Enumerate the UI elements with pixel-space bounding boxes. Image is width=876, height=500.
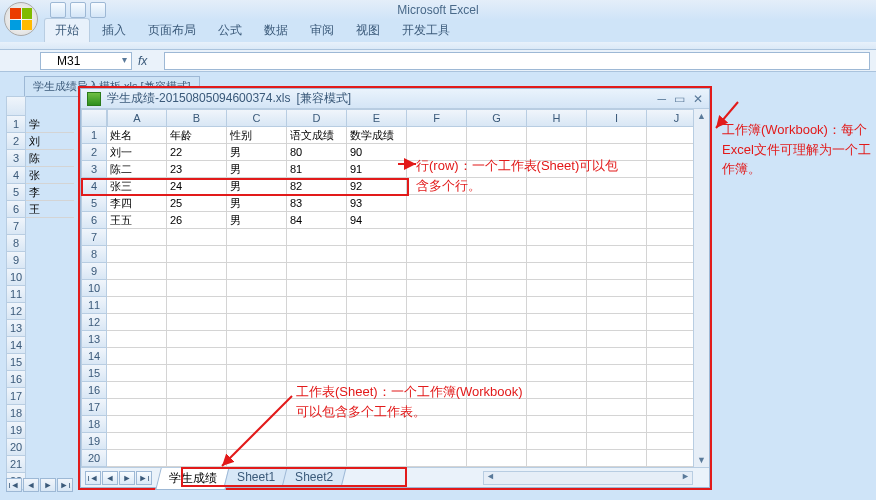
cell[interactable]	[587, 246, 647, 263]
cell[interactable]	[587, 297, 647, 314]
row-header[interactable]: 17	[81, 399, 107, 416]
cell[interactable]: 93	[347, 195, 407, 212]
cell[interactable]: 22	[167, 144, 227, 161]
cell[interactable]	[407, 127, 467, 144]
ribbon-tab-review[interactable]: 审阅	[300, 19, 344, 42]
cell[interactable]: 男	[227, 195, 287, 212]
cell[interactable]	[407, 246, 467, 263]
tab-nav-next-icon[interactable]: ►	[119, 471, 135, 485]
cell[interactable]	[107, 280, 167, 297]
cell[interactable]	[167, 280, 227, 297]
cell[interactable]	[167, 246, 227, 263]
row-header[interactable]: 5	[81, 195, 107, 212]
cell[interactable]	[467, 127, 527, 144]
bg-row-header[interactable]: 6	[6, 201, 26, 218]
cell[interactable]	[587, 127, 647, 144]
cell[interactable]	[287, 348, 347, 365]
bg-row-header[interactable]: 3	[6, 150, 26, 167]
cell[interactable]	[347, 229, 407, 246]
cell[interactable]: 24	[167, 178, 227, 195]
cell[interactable]	[527, 229, 587, 246]
ribbon-tab-pagelayout[interactable]: 页面布局	[138, 19, 206, 42]
ribbon-tab-home[interactable]: 开始	[44, 18, 90, 42]
cell[interactable]	[407, 297, 467, 314]
cell[interactable]: 23	[167, 161, 227, 178]
cell[interactable]	[227, 314, 287, 331]
cell[interactable]	[407, 195, 467, 212]
cell[interactable]	[587, 331, 647, 348]
cell[interactable]	[587, 365, 647, 382]
cell[interactable]	[287, 246, 347, 263]
cell[interactable]	[107, 450, 167, 467]
column-header[interactable]: C	[227, 109, 287, 127]
row-header[interactable]: 13	[81, 331, 107, 348]
minimize-icon[interactable]: ─	[657, 92, 666, 106]
bg-row-header[interactable]: 5	[6, 184, 26, 201]
cell[interactable]	[527, 212, 587, 229]
cell[interactable]	[467, 229, 527, 246]
tab-nav-last-icon[interactable]: ►ι	[136, 471, 152, 485]
cell[interactable]	[167, 331, 227, 348]
row-header[interactable]: 18	[81, 416, 107, 433]
bg-row-header[interactable]: 1	[6, 116, 26, 133]
bg-row-header[interactable]: 2	[6, 133, 26, 150]
cell[interactable]: 80	[287, 144, 347, 161]
cell[interactable]: 92	[347, 178, 407, 195]
cell[interactable]	[527, 127, 587, 144]
cell[interactable]	[467, 212, 527, 229]
cell[interactable]	[287, 280, 347, 297]
cell[interactable]: 男	[227, 178, 287, 195]
column-header[interactable]: B	[167, 109, 227, 127]
cell[interactable]: 男	[227, 161, 287, 178]
cell[interactable]	[407, 280, 467, 297]
row-header[interactable]: 19	[81, 433, 107, 450]
cell[interactable]	[167, 348, 227, 365]
bg-row-header[interactable]: 11	[6, 286, 26, 303]
bg-row-header[interactable]: 17	[6, 388, 26, 405]
cell[interactable]	[467, 314, 527, 331]
cell[interactable]: 陈二	[107, 161, 167, 178]
cell[interactable]	[467, 280, 527, 297]
row-header[interactable]: 14	[81, 348, 107, 365]
bg-row-header[interactable]: 8	[6, 235, 26, 252]
row-header[interactable]: 12	[81, 314, 107, 331]
cell[interactable]	[407, 331, 467, 348]
cell[interactable]	[467, 297, 527, 314]
cell[interactable]	[287, 314, 347, 331]
cell[interactable]	[347, 246, 407, 263]
cell[interactable]	[227, 297, 287, 314]
undo-icon[interactable]	[70, 2, 86, 18]
cell[interactable]	[587, 212, 647, 229]
cell[interactable]	[407, 365, 467, 382]
row-header[interactable]: 15	[81, 365, 107, 382]
cell[interactable]	[467, 331, 527, 348]
bg-row-header[interactable]: 20	[6, 439, 26, 456]
bg-cell[interactable]: 王	[26, 201, 74, 218]
cell[interactable]	[107, 365, 167, 382]
bg-cell[interactable]: 张	[26, 167, 74, 184]
cell[interactable]	[467, 348, 527, 365]
tab-nav-first-icon[interactable]: ι◄	[85, 471, 101, 485]
row-header[interactable]: 9	[81, 263, 107, 280]
cell[interactable]: 刘一	[107, 144, 167, 161]
cell[interactable]	[227, 331, 287, 348]
cell[interactable]	[167, 314, 227, 331]
nav-prev-icon[interactable]: ◄	[23, 478, 39, 492]
cell[interactable]	[107, 382, 167, 399]
cell[interactable]: 男	[227, 212, 287, 229]
cell[interactable]: 李四	[107, 195, 167, 212]
cell[interactable]	[227, 246, 287, 263]
row-header[interactable]: 7	[81, 229, 107, 246]
cell[interactable]: 81	[287, 161, 347, 178]
cell[interactable]	[107, 433, 167, 450]
cell[interactable]: 94	[347, 212, 407, 229]
row-header[interactable]: 4	[81, 178, 107, 195]
bg-row-header[interactable]: 16	[6, 371, 26, 388]
bg-row-header[interactable]	[6, 96, 26, 116]
cell[interactable]	[287, 297, 347, 314]
cell[interactable]	[287, 331, 347, 348]
row-header[interactable]: 6	[81, 212, 107, 229]
cell[interactable]: 数学成绩	[347, 127, 407, 144]
cell[interactable]	[227, 280, 287, 297]
cell[interactable]	[407, 263, 467, 280]
